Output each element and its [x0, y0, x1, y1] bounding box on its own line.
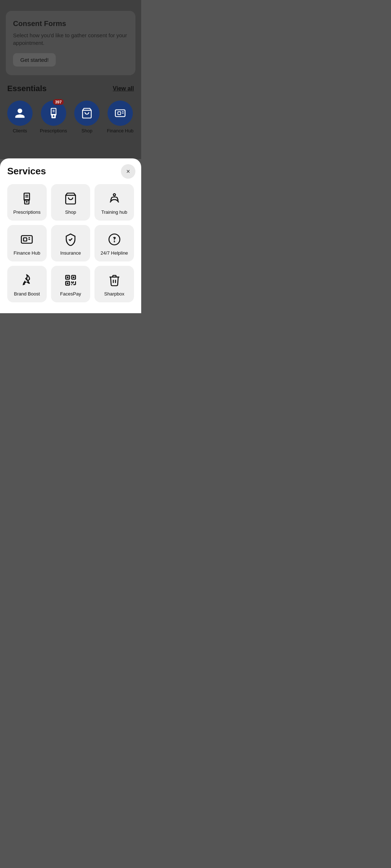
svg-text:?: ?	[113, 235, 116, 242]
bin-service-svg	[108, 274, 121, 287]
service-brand-boost[interactable]: Brand Boost	[7, 266, 47, 302]
modal-close-button[interactable]: ×	[121, 164, 135, 179]
sharpbox-service-icon	[107, 273, 122, 288]
training-hub-label: Training hub	[101, 209, 127, 215]
modal-overlay: × Services Prescriptions	[0, 0, 141, 313]
shop-service-svg	[64, 192, 77, 205]
services-grid: Prescriptions Shop	[7, 184, 134, 302]
training-service-icon	[107, 191, 122, 206]
services-modal: × Services Prescriptions	[0, 158, 141, 313]
svg-rect-20	[24, 238, 27, 241]
service-prescriptions[interactable]: Prescriptions	[7, 184, 47, 221]
service-insurance[interactable]: Insurance	[51, 225, 91, 261]
service-shop[interactable]: Shop	[51, 184, 91, 221]
qr-service-svg	[64, 274, 77, 287]
shop-service-icon	[63, 191, 78, 206]
brand-boost-service-icon	[20, 273, 34, 288]
prescriptions-service-icon	[20, 191, 34, 206]
service-faces-pay[interactable]: FacesPay	[51, 266, 91, 302]
service-training-hub[interactable]: Training hub	[94, 184, 134, 221]
insurance-service-svg	[64, 233, 77, 246]
svg-point-27	[26, 278, 28, 280]
brand-boost-label: Brand Boost	[14, 291, 40, 297]
svg-rect-31	[73, 277, 75, 278]
modal-title: Services	[7, 166, 134, 177]
faces-pay-service-icon	[63, 273, 78, 288]
svg-point-18	[113, 194, 115, 196]
sharpbox-label: Sharpbox	[104, 291, 125, 297]
rocket-service-svg	[20, 274, 33, 287]
insurance-service-icon	[63, 232, 78, 247]
prescriptions-service-label: Prescriptions	[13, 209, 41, 215]
helpline-service-icon: ?	[107, 232, 122, 247]
faces-pay-label: FacesPay	[60, 291, 81, 297]
finance-hub-label: Finance Hub	[13, 250, 40, 256]
prescription-service-svg	[20, 192, 33, 205]
finance-service-icon	[20, 232, 34, 247]
shop-service-label: Shop	[65, 209, 76, 215]
helpline-service-svg: ?	[108, 233, 121, 246]
service-sharpbox[interactable]: Sharpbox	[94, 266, 134, 302]
training-service-svg	[108, 192, 121, 205]
insurance-label: Insurance	[60, 250, 81, 256]
service-finance-hub[interactable]: Finance Hub	[7, 225, 47, 261]
svg-rect-33	[67, 282, 68, 284]
helpline-label: 24/7 Helpline	[101, 250, 128, 256]
service-helpline[interactable]: ? 24/7 Helpline	[94, 225, 134, 261]
svg-rect-29	[67, 277, 68, 278]
finance-service-svg	[20, 233, 33, 246]
